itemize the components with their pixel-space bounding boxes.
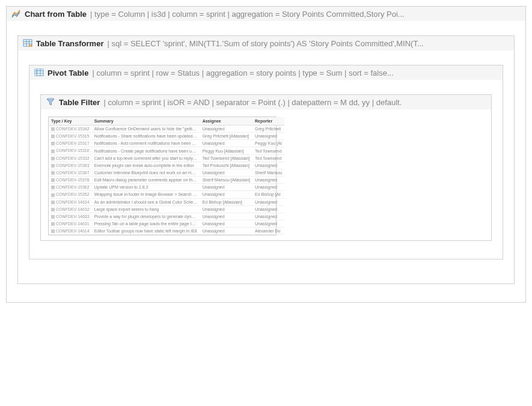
cell-summary: Provide a way for plugin developers to g… <box>92 213 200 220</box>
macro-header: Pivot Table | column = sprint | row = St… <box>29 65 503 80</box>
cell-reporter: Ted Townsend <box>252 147 284 154</box>
cell-assignee: Unassigned <box>200 191 252 198</box>
table-row: CONFDEV-14631Pressing Tab on a table pag… <box>49 220 284 228</box>
cell-assignee: Unassigned <box>200 140 252 147</box>
issue-type-icon <box>51 208 55 211</box>
cell-summary: Notifications - Create page notification… <box>92 147 200 154</box>
macro-title: Chart from Table <box>25 10 87 19</box>
macro-chart-from-table[interactable]: Chart from Table | type = Column | is3d … <box>6 6 526 303</box>
cell-key: CONFDEV-14614 <box>49 228 92 235</box>
issue-type-icon <box>51 150 55 153</box>
macro-params: | column = sprint | isOR = AND | separat… <box>103 98 486 107</box>
cell-reporter: Unassigned <box>252 198 284 205</box>
macro-body: Type / Key Summary Assignee Reporter CON… <box>41 109 491 240</box>
cell-reporter: Unassigned <box>252 184 284 191</box>
issue-type-icon <box>51 215 55 219</box>
col-assignee: Assignee <box>200 117 252 126</box>
cell-summary: Can't add a top-level comment after you … <box>92 154 200 162</box>
cell-summary: Edit Macro dialog parameter comments app… <box>92 177 200 184</box>
table-row: CONFDEV-14603Provide a way for plugin de… <box>49 213 284 220</box>
cell-key: CONFDEV-15332 <box>49 154 92 162</box>
macro-params: | column = sprint | row = Status | aggre… <box>92 68 498 77</box>
macro-pivot-table[interactable]: Pivot Table | column = sprint | row = St… <box>29 65 503 259</box>
cell-summary: As an administrator I should see a Globa… <box>92 198 200 205</box>
macro-header: Table Transformer | sql = SELECT 'sprint… <box>18 36 514 50</box>
cell-summary: Customer interview Blueprint does not wo… <box>92 169 200 176</box>
cell-reporter: Sherif Mansou <box>252 169 284 176</box>
cell-assignee: Greg Pritchett [Atlassian] <box>200 133 252 140</box>
cell-assignee: Unassigned <box>200 169 252 176</box>
cell-reporter: Unassigned <box>252 213 284 220</box>
issue-type-icon <box>51 142 55 145</box>
table-row: CONFDEV-14632Large space export seems to… <box>49 205 284 213</box>
table-row: CONFDEV-15362Update UPM version to 2.8.2… <box>49 184 284 191</box>
cell-summary: Wrapping issue in footer in Image Browse… <box>92 191 200 198</box>
cell-assignee: Peggy Kuo [Atlassian] <box>200 147 252 154</box>
filter-icon <box>46 97 55 107</box>
table-row: CONFDEV-15383Evernote plugin can break a… <box>49 162 284 169</box>
table-row: CONFDEV-15352Wrapping issue in footer in… <box>49 191 284 198</box>
svg-rect-7 <box>35 69 37 76</box>
macro-title: Pivot Table <box>47 68 88 77</box>
cell-assignee: Unassigned <box>200 184 252 191</box>
table-row: CONFDEV-15332Can't add a top-level comme… <box>49 154 284 162</box>
cell-reporter: Greg Pritchett <box>252 126 284 133</box>
cell-assignee: Sherif Mansou [Atlassian] <box>200 177 252 184</box>
issue-type-icon <box>51 157 55 160</box>
jira-issues-table: Type / Key Summary Assignee Reporter CON… <box>48 117 277 235</box>
cell-summary: Editor Toolbar groups now have static le… <box>92 228 200 235</box>
issue-type-icon <box>51 229 55 233</box>
cell-key: CONFDEV-15317 <box>49 140 92 147</box>
macro-table-transformer[interactable]: Table Transformer | sql = SELECT 'sprint… <box>17 35 515 284</box>
cell-key: CONFDEV-15367 <box>49 169 92 176</box>
cell-reporter: Unassigned <box>252 162 284 169</box>
cell-reporter: Peggy Kuo [At <box>252 140 284 147</box>
macro-body: Table Filter | column = sprint | isOR = … <box>29 80 503 259</box>
table-row: CONFDEV-15316Notifications - Create page… <box>49 147 284 154</box>
cell-key: CONFDEV-15378 <box>49 177 92 184</box>
cell-assignee: Ted Townsend [Atlassian] <box>200 154 252 162</box>
issue-type-icon <box>51 171 55 175</box>
macro-params: | type = Column | is3d | column = sprint… <box>90 10 521 19</box>
issue-type-icon <box>51 178 55 182</box>
table-row: CONFDEV-14624As an administrator I shoul… <box>49 198 284 205</box>
cell-assignee: Ed Bishop [Atlassian] <box>200 198 252 205</box>
table-row: CONFDEV-14614Editor Toolbar groups now h… <box>49 228 284 235</box>
issue-type-icon <box>51 164 55 168</box>
macro-title: Table Filter <box>59 98 100 107</box>
cell-key: CONFDEV-14631 <box>49 220 92 228</box>
col-type-key: Type / Key <box>49 117 92 126</box>
cell-assignee: Unassigned <box>200 126 252 133</box>
macro-header: Chart from Table | type = Column | is3d … <box>7 7 525 21</box>
col-summary: Summary <box>92 117 200 126</box>
cell-summary: Notifications - Share notifications have… <box>92 133 200 140</box>
cell-key: CONFDEV-15316 <box>49 147 92 154</box>
chart-icon <box>11 9 21 19</box>
cell-reporter: Unassigned <box>252 177 284 184</box>
cell-key: CONFDEV-14603 <box>49 213 92 220</box>
issue-type-icon <box>51 222 55 226</box>
cell-reporter: Ed Bishop [At <box>252 191 284 198</box>
table-transformer-icon <box>23 38 32 48</box>
table-header-row: Type / Key Summary Assignee Reporter <box>49 117 284 126</box>
cell-key: CONFDEV-15383 <box>49 162 92 169</box>
cell-summary: Update UPM version to 2.8.2 <box>92 184 200 191</box>
cell-summary: Large space export seems to hang <box>92 205 200 213</box>
cell-assignee: Unassigned <box>200 205 252 213</box>
macro-body: Pivot Table | column = sprint | row = St… <box>18 50 514 283</box>
cell-summary: Allow Confluence OnDemand users to hide … <box>92 126 200 133</box>
cell-reporter: Unassigned <box>252 205 284 213</box>
cell-key: CONFDEV-14632 <box>49 205 92 213</box>
cell-assignee: Unassigned <box>200 228 252 235</box>
macro-table-filter[interactable]: Table Filter | column = sprint | isOR = … <box>40 94 492 241</box>
cell-reporter: Unassigned <box>252 220 284 228</box>
table-row: CONFDEV-15367Customer interview Blueprin… <box>49 169 284 176</box>
cell-summary: Pressing Tab on a table page loads the e… <box>92 220 200 228</box>
cell-key: CONFDEV-15315 <box>49 133 92 140</box>
cell-assignee: Unassigned <box>200 213 252 220</box>
table-row: CONFDEV-15317Notifications - Add comment… <box>49 140 284 147</box>
issue-type-icon <box>51 127 55 131</box>
issue-type-icon <box>51 193 55 197</box>
cell-reporter: Ted Townsend <box>252 154 284 162</box>
issue-type-icon <box>51 186 55 189</box>
